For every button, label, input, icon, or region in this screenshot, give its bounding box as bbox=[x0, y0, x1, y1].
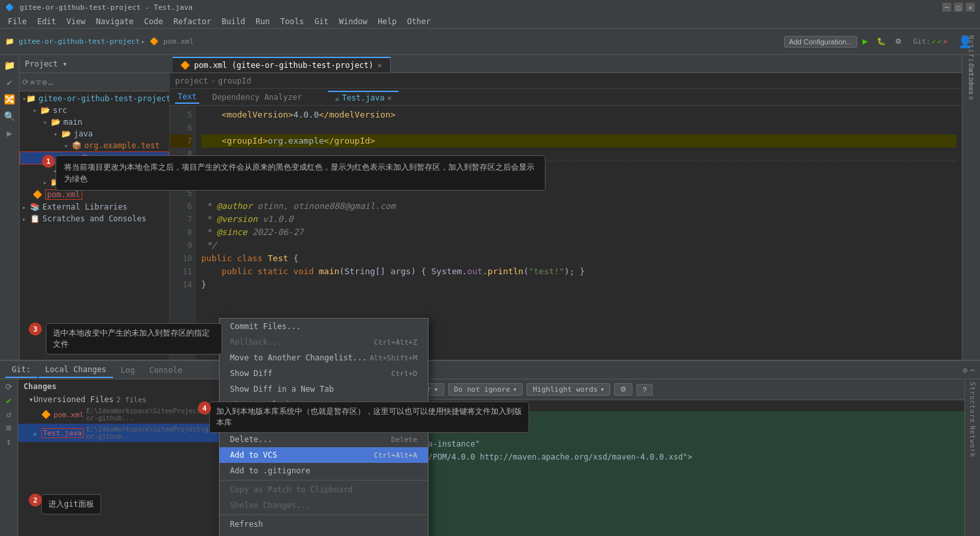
bottom-tab-git[interactable]: Git: bbox=[5, 362, 37, 378]
menu-view[interactable]: View bbox=[61, 16, 91, 27]
tree-package[interactable]: ▾ 📦 org.example.test bbox=[20, 140, 169, 151]
pom-file-icon: 🔶 bbox=[41, 410, 51, 419]
sub-tab-dependency[interactable]: Dependency Analyzer bbox=[210, 91, 304, 103]
scratches-label: Scratches and Consoles bbox=[42, 214, 146, 223]
minimize-button[interactable]: ─ bbox=[942, 3, 951, 12]
debug-button[interactable]: 🐛 bbox=[873, 36, 890, 47]
ctx-gitignore-label: Add to .gitignore bbox=[230, 466, 310, 475]
ctx-move-changelist[interactable]: Move to Another Changelist... Alt+Shift+… bbox=[220, 350, 428, 366]
network-icon[interactable]: Network bbox=[969, 426, 976, 458]
bottom-tab-bar: Git: Local Changes Log Console ⚙ ⋯ bbox=[0, 361, 980, 379]
breadcrumb-sep1: › bbox=[211, 76, 216, 86]
sub-tab-text[interactable]: Text bbox=[175, 91, 199, 104]
ctx-refresh-label: Refresh bbox=[230, 520, 263, 529]
ctx-sep-2 bbox=[220, 480, 428, 481]
right-tool-panel: Notifications Database bbox=[962, 55, 980, 360]
ignore-mode-dropdown[interactable]: Do not ignore ▾ bbox=[448, 383, 523, 396]
project-nav-section: 📁 gitee-or-github-test-project ▸ 🔶 pom.x… bbox=[3, 37, 196, 46]
diff-icon[interactable]: ⊞ bbox=[7, 423, 12, 433]
gear-icon[interactable]: … bbox=[48, 78, 53, 87]
tree-java[interactable]: ▾ 📂 java bbox=[20, 128, 169, 140]
tab-pom-xml[interactable]: 🔶 pom.xml (gitee-or-github-test-project)… bbox=[172, 57, 391, 72]
database-icon[interactable]: Database bbox=[964, 74, 979, 90]
ctx-show-diff[interactable]: Show Diff Ctrl+D bbox=[220, 366, 428, 381]
ctx-rollback[interactable]: Rollback... Ctrl+Alt+Z bbox=[220, 334, 428, 350]
file-count: 2 files bbox=[116, 396, 146, 404]
settings-icon[interactable]: ⚙ bbox=[42, 78, 46, 87]
menu-window[interactable]: Window bbox=[334, 16, 372, 27]
tree-src[interactable]: ▾ 📂 src bbox=[20, 104, 169, 116]
title-text: gitee-or-github-test-project - Test.java bbox=[20, 3, 193, 12]
ctx-copy-patch[interactable]: Copy as Patch to Clipboard bbox=[220, 482, 428, 497]
project-breadcrumb: 📁 gitee-or-github-test-project bbox=[5, 37, 140, 46]
tree-external-libs[interactable]: ▸ 📚 External Libraries bbox=[20, 201, 169, 213]
settings-button[interactable]: ⚙ bbox=[891, 36, 906, 47]
filter-icon[interactable]: ▽ bbox=[36, 78, 41, 87]
ctx-commit-files[interactable]: Commit Files... bbox=[220, 319, 428, 334]
ctx-addvcs-label: Add to VCS bbox=[230, 450, 277, 460]
maximize-button[interactable]: □ bbox=[954, 3, 963, 12]
diff-help-button[interactable]: ? bbox=[636, 384, 652, 396]
ctx-add-gitignore[interactable]: Add to .gitignore bbox=[220, 463, 428, 479]
test-java-tab[interactable]: ☕ Test.java ✕ bbox=[328, 91, 399, 104]
ctx-show-diff-tab[interactable]: Show Diff in a New Tab bbox=[220, 381, 428, 397]
close-button[interactable]: ✕ bbox=[966, 3, 975, 12]
file-tree: ▾ 📁 gitee-or-github-test-project E:\Idea… bbox=[20, 91, 169, 360]
menu-refactor[interactable]: Refactor bbox=[168, 16, 216, 27]
diff-settings-button[interactable]: ⚙ bbox=[614, 383, 632, 396]
unversioned-arrow: ▾ bbox=[29, 395, 33, 404]
find-icon[interactable]: 🔍 bbox=[2, 108, 18, 124]
refresh-icon[interactable]: ⟳ bbox=[5, 382, 12, 392]
ctx-local-history[interactable]: Local History ▶ bbox=[220, 532, 428, 536]
expand-icon[interactable]: ↕ bbox=[7, 437, 12, 447]
menu-git[interactable]: Git bbox=[309, 16, 334, 27]
annotation-number-2: 2 bbox=[29, 494, 42, 507]
menu-bar: File Edit View Navigate Code Refactor Bu… bbox=[0, 14, 980, 29]
ext-libs-label: External Libraries bbox=[42, 202, 127, 212]
bottom-tab-local-changes[interactable]: Local Changes bbox=[39, 362, 113, 378]
menu-file[interactable]: File bbox=[3, 16, 32, 27]
ctx-commit-label: Commit Files... bbox=[230, 322, 301, 331]
tree-root-item[interactable]: ▾ 📁 gitee-or-github-test-project E:\Idea… bbox=[20, 93, 169, 104]
project-icon[interactable]: 📁 bbox=[2, 57, 18, 73]
pom-filename: pom.xml bbox=[54, 411, 84, 419]
add-config-button[interactable]: Add Configuration... bbox=[784, 36, 857, 48]
settings-gear-icon[interactable]: ⚙ bbox=[963, 366, 968, 375]
annotation-tooltip-4: 加入到本地版本库系统中（也就是暂存区），这里可以也可以使用快捷键将文件加入到版本… bbox=[209, 402, 529, 433]
run-button[interactable]: ▶ bbox=[858, 36, 872, 47]
menu-build[interactable]: Build bbox=[216, 16, 250, 27]
commit-icon[interactable]: ✔ bbox=[2, 74, 18, 90]
ctx-refresh[interactable]: Refresh bbox=[220, 516, 428, 532]
menu-code[interactable]: Code bbox=[139, 16, 169, 27]
highlight-words-dropdown[interactable]: Highlight words ▾ bbox=[527, 383, 610, 396]
git-file-test[interactable]: ☕ Test.java E:\IdeaWorkspace\GiteeProjec… bbox=[18, 424, 233, 442]
bottom-tab-log[interactable]: Log bbox=[114, 363, 142, 377]
panel-options-icon[interactable]: ⋯ bbox=[970, 366, 975, 375]
menu-help[interactable]: Help bbox=[372, 16, 402, 27]
ctx-add-vcs[interactable]: Add to VCS Ctrl+Alt+A bbox=[220, 447, 428, 463]
tab-pom-close[interactable]: ✕ bbox=[378, 61, 382, 70]
run-icon[interactable]: ▶ bbox=[2, 125, 18, 141]
menu-navigate[interactable]: Navigate bbox=[91, 16, 139, 27]
structure-icon[interactable]: Structure bbox=[969, 382, 976, 423]
test-java-close[interactable]: ✕ bbox=[387, 93, 391, 102]
sort-icon[interactable]: ≡ bbox=[30, 78, 35, 87]
ctx-sep-3 bbox=[220, 514, 428, 515]
menu-edit[interactable]: Edit bbox=[32, 16, 61, 27]
ctx-delete[interactable]: Delete... Delete bbox=[220, 432, 428, 447]
rollback-icon[interactable]: ↺ bbox=[7, 409, 12, 419]
bottom-tab-console[interactable]: Console bbox=[143, 363, 189, 377]
tree-scratches[interactable]: ▸ 📋 Scratches and Consoles bbox=[20, 213, 169, 225]
editor-area: 🔶 pom.xml (gitee-or-github-test-project)… bbox=[170, 55, 962, 360]
sync-icon[interactable]: ⟳ bbox=[22, 78, 29, 87]
menu-other[interactable]: Other bbox=[402, 16, 436, 27]
menu-run[interactable]: Run bbox=[250, 16, 275, 27]
git-icon[interactable]: 🔀 bbox=[2, 91, 18, 107]
ctx-shelve[interactable]: Shelve Changes... bbox=[220, 497, 428, 513]
tree-main[interactable]: ▾ 📂 main bbox=[20, 116, 169, 128]
ctx-move-label: Move to Another Changelist... bbox=[230, 353, 367, 362]
bottom-left-icons: ⟳ ✔ ↺ ⊞ ↕ bbox=[0, 379, 18, 536]
menu-tools[interactable]: Tools bbox=[275, 16, 309, 27]
code-line-end: */ bbox=[201, 239, 956, 252]
commit-check-icon[interactable]: ✔ bbox=[7, 396, 12, 405]
